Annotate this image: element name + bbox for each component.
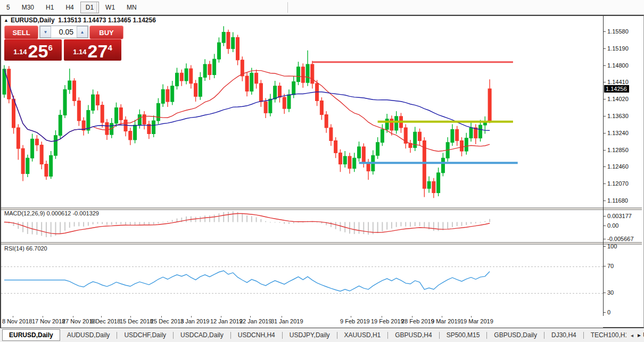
candle-body xyxy=(59,115,62,135)
candle-body xyxy=(31,139,34,158)
macd-histogram-bar xyxy=(279,222,280,223)
tab-scroll-left-button[interactable]: ◂ xyxy=(631,332,633,338)
macd-histogram-bar xyxy=(331,222,332,228)
tab-usdchf-daily[interactable]: USDCHF,Daily xyxy=(117,329,173,341)
candle-body xyxy=(227,32,230,49)
candle-body xyxy=(73,81,76,101)
tab-sp500-m15[interactable]: SP500,M15 xyxy=(440,329,487,341)
price-axis-tick xyxy=(604,183,606,184)
candle-body xyxy=(334,141,337,153)
macd-value-main: 0.000612 xyxy=(46,210,71,216)
candle-body xyxy=(245,76,249,91)
candle-body xyxy=(353,158,356,169)
tab-gbpusd-h4[interactable]: GBPUSD,H4 xyxy=(388,329,439,341)
candle-body xyxy=(45,164,48,177)
macd-label: MACD(12,26,9) 0.000612 -0.001329 xyxy=(4,210,99,216)
candle-body xyxy=(441,158,444,173)
date-label: 19 Feb 2019 xyxy=(371,318,404,324)
macd-histogram-bar xyxy=(246,215,247,222)
macd-histogram-bar xyxy=(489,219,490,222)
macd-histogram-bar xyxy=(438,222,439,231)
rsi-plot[interactable] xyxy=(1,244,603,315)
price-chart-plot[interactable] xyxy=(1,23,603,207)
date-axis-tick xyxy=(442,316,442,318)
ohlc-high: 1.14473 xyxy=(83,16,106,24)
tab-audusd-daily[interactable]: AUDUSD,Daily xyxy=(60,329,117,341)
date-axis-tick xyxy=(101,316,102,318)
candle-body xyxy=(54,136,57,156)
indicator-axis-label: 0.00 xyxy=(607,222,618,229)
tab-dj30-h4[interactable]: DJ30,H4 xyxy=(544,329,583,341)
macd-histogram-bar xyxy=(111,222,112,225)
indicator-axis-label: 100 xyxy=(607,243,617,249)
date-axis-tick xyxy=(13,316,13,318)
macd-histogram-bar xyxy=(233,211,234,222)
tab-scroll-right-button[interactable]: ▸ xyxy=(638,331,641,339)
price-axis-tick xyxy=(604,150,606,151)
rsi-value: 66.7020 xyxy=(26,245,47,252)
macd-histogram-bar xyxy=(218,213,219,222)
macd-histogram-bar xyxy=(102,222,103,224)
candle-body xyxy=(77,101,80,121)
indicator-axis-label: 30 xyxy=(607,289,614,296)
price-axis-tick xyxy=(604,99,606,99)
price-axis[interactable]: 1.155801.151901.148001.144101.140201.136… xyxy=(604,16,643,328)
macd-histogram-bar xyxy=(223,212,224,222)
collapse-icon[interactable]: ▲ xyxy=(4,18,9,23)
macd-histogram-bar xyxy=(335,222,336,229)
macd-histogram-bar xyxy=(317,222,318,223)
timeframe-toolbar: 5M30H1H4D1W1MN xyxy=(0,0,644,15)
date-axis[interactable]: 8 Nov 201817 Nov 201827 Nov 20186 Dec 20… xyxy=(1,316,603,328)
macd-histogram-bar xyxy=(195,217,196,222)
date-label: 19 Mar 2019 xyxy=(460,318,493,324)
tab-usdcad-daily[interactable]: USDCAD,Daily xyxy=(174,329,230,341)
candle-body xyxy=(269,99,272,113)
candle-body xyxy=(297,67,300,82)
macd-histogram-bar xyxy=(209,215,210,222)
timeframe-button-w1[interactable]: W1 xyxy=(100,2,120,13)
candle-body xyxy=(427,181,431,188)
symbol-label: EURUSD,Daily xyxy=(11,16,55,24)
macd-histogram-bar xyxy=(148,222,150,225)
macd-histogram-bar xyxy=(153,222,154,225)
tab-usdcnh-h4[interactable]: USDCNH,H4 xyxy=(231,329,282,341)
candle-body xyxy=(87,110,90,130)
candle-body xyxy=(166,89,169,102)
candle-body xyxy=(35,139,38,145)
tab-gbpusd-daily[interactable]: GBPUSD,Daily xyxy=(487,329,544,341)
macd-histogram-bar xyxy=(275,222,276,223)
candle-body xyxy=(203,64,207,77)
macd-histogram-bar xyxy=(359,222,360,234)
timeframe-button-m30[interactable]: M30 xyxy=(16,2,39,13)
timeframe-button-h4[interactable]: H4 xyxy=(60,2,79,13)
ohlc-open: 1.13513 xyxy=(58,16,81,24)
date-axis-tick xyxy=(191,316,192,318)
macd-histogram-bar xyxy=(354,222,355,235)
macd-histogram-bar xyxy=(391,222,392,229)
timeframe-button-5[interactable]: 5 xyxy=(1,2,15,13)
timeframe-button-mn[interactable]: MN xyxy=(121,2,142,13)
macd-histogram-bar xyxy=(433,222,434,231)
macd-histogram-bar xyxy=(260,219,261,222)
tab-usdjpy-daily[interactable]: USDJPY,Daily xyxy=(283,329,337,341)
candle-body xyxy=(456,129,459,140)
price-axis-tick xyxy=(604,31,606,32)
tab-xauusd-h1[interactable]: XAUUSD,H1 xyxy=(337,329,388,341)
price-axis-tick xyxy=(604,201,606,201)
macd-histogram-bar xyxy=(396,222,397,227)
timeframe-button-h1[interactable]: H1 xyxy=(40,2,59,13)
macd-histogram-bar xyxy=(214,215,215,222)
macd-histogram-bar xyxy=(106,222,108,225)
price-axis-label: 1.12070 xyxy=(607,180,629,187)
macd-histogram-bar xyxy=(284,222,285,224)
macd-histogram-bar xyxy=(461,222,462,226)
date-label: 25 Dec 2018 xyxy=(151,318,184,324)
candle-body xyxy=(469,128,473,138)
candle-body xyxy=(12,99,15,128)
indicator-axis-tick xyxy=(604,266,606,266)
candle-body xyxy=(432,181,435,193)
tab-eurusd-daily[interactable]: EURUSD,Daily xyxy=(2,329,60,341)
indicator-axis-tick xyxy=(604,239,606,239)
date-label: 6 Dec 2018 xyxy=(90,318,120,324)
price-axis-label: 1.12460 xyxy=(607,163,629,170)
